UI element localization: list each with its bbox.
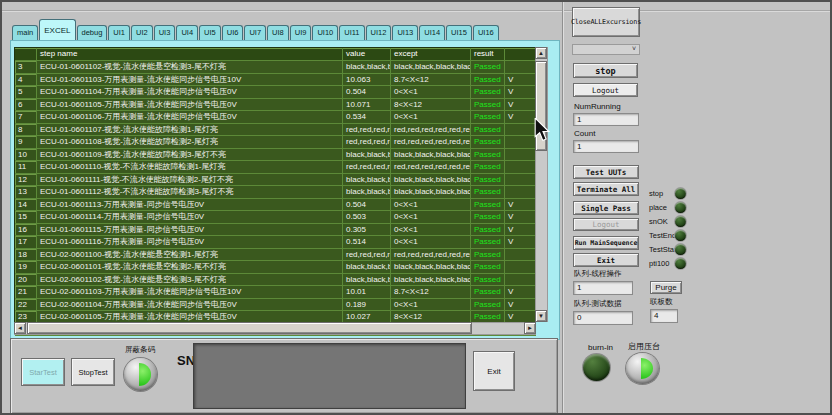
- table-row[interactable]: 12ECU-01-0601111-视觉-不流水使能故障检测2-尾灯不亮black…: [15, 174, 534, 187]
- horizontal-scroll-thumb[interactable]: [27, 322, 472, 334]
- cell-except: red,red,red,red,red,red,: [391, 161, 471, 174]
- tab-ui13[interactable]: UI13: [392, 25, 418, 40]
- tab-ui7[interactable]: UI7: [244, 25, 266, 40]
- tab-ui11[interactable]: UI11: [339, 25, 364, 40]
- tab-debug[interactable]: debug: [77, 25, 108, 40]
- cell-value: black,black,bl: [343, 149, 391, 162]
- cell-result: Passed: [471, 199, 505, 212]
- tab-ui12[interactable]: UI12: [366, 25, 392, 40]
- table-row[interactable]: 4ECU-01-0601103-万用表测量-流水使能同步信号电压10V10.06…: [15, 74, 534, 87]
- scroll-up-icon[interactable]: ▲: [535, 47, 547, 59]
- scroll-right-icon[interactable]: ►: [524, 322, 536, 334]
- tab-ui16[interactable]: UI16: [473, 25, 499, 40]
- table-row[interactable]: 3ECU-01-0601102-视觉-流水使能悬空检测3-尾不灯亮black,b…: [15, 61, 534, 74]
- table-row[interactable]: 8ECU-01-0601107-视觉-流水使能故障检测1-尾灯亮red,red,…: [15, 124, 534, 137]
- cell-result: Passed: [471, 236, 505, 249]
- table-row[interactable]: 21ECU-02-0601103-万用表测量-流水使能同步信号电压10V10.0…: [15, 286, 534, 299]
- cell-num: 14: [15, 199, 37, 212]
- cell-except: 8<X<12: [391, 99, 471, 112]
- table-row[interactable]: 14ECU-01-0601113-万用表测量-同步信号电压0V0.5040<X<…: [15, 199, 534, 212]
- scroll-left-icon[interactable]: ◄: [14, 322, 26, 334]
- stop-test-button[interactable]: StopTest: [71, 358, 115, 386]
- table-row[interactable]: 15ECU-01-0601114-万用表测量-同步信号电压0V0.5030<X<…: [15, 211, 534, 224]
- barcode-mask-toggle[interactable]: [124, 358, 157, 391]
- queue-thread-field[interactable]: 1: [573, 281, 633, 295]
- cell-value: red,red,red,re: [343, 161, 391, 174]
- burn-in-label: burn-in: [588, 343, 613, 352]
- tab-ui15[interactable]: UI15: [446, 25, 472, 40]
- tab-ui4[interactable]: UI4: [176, 25, 198, 40]
- tab-ui3[interactable]: UI3: [154, 25, 176, 40]
- count-field[interactable]: 1: [573, 140, 639, 153]
- horizontal-scrollbar[interactable]: ◄ ►: [14, 322, 536, 335]
- cell-num: 9: [15, 136, 37, 149]
- table-row[interactable]: 11ECU-01-0601110-视觉-不流水使能故障检测1-尾灯亮red,re…: [15, 161, 534, 174]
- table-row[interactable]: 18ECU-02-0601100-视觉-流水使能悬空检测1-尾灯亮red,red…: [15, 249, 534, 262]
- table-row[interactable]: 10ECU-01-0601109-视觉-流水使能故障检测3-尾灯不亮black,…: [15, 149, 534, 162]
- purge-button[interactable]: Purge: [650, 281, 682, 294]
- table-row[interactable]: 20ECU-02-0601102-视觉-流水使能悬空检测3-尾不灯亮black,…: [15, 274, 534, 287]
- press-enable-toggle[interactable]: [626, 353, 659, 384]
- cell-num: 18: [15, 249, 37, 262]
- tab-ui6[interactable]: UI6: [222, 25, 244, 40]
- stop-button[interactable]: stop: [573, 63, 638, 78]
- cell-except: 0<X<1: [391, 236, 471, 249]
- cell-num: 12: [15, 174, 37, 187]
- table-row[interactable]: 17ECU-01-0601116-万用表测量-同步信号电压0V0.5140<X<…: [15, 236, 534, 249]
- tab-ui2[interactable]: UI2: [131, 25, 153, 40]
- test-uuts-button[interactable]: Test UUTs: [573, 165, 639, 179]
- terminate-all-button[interactable]: Terminate All: [573, 182, 639, 196]
- table-row[interactable]: 22ECU-02-0601104-万用表测量-流水使能同步信号电压0V0.189…: [15, 299, 534, 312]
- table-header-row: step namevalueexceptresult: [15, 48, 534, 61]
- tab-ui10[interactable]: UI10: [312, 25, 338, 40]
- cell-value: 0.503: [343, 211, 391, 224]
- led-row-place: place: [649, 202, 686, 213]
- tab-excel[interactable]: EXCEL: [39, 19, 75, 40]
- cell-check: V: [505, 86, 536, 99]
- cell-check: [505, 161, 536, 174]
- queue-data-field[interactable]: 0: [573, 311, 633, 325]
- cell-step: ECU-02-0601103-万用表测量-流水使能同步信号电压10V: [37, 286, 343, 299]
- single-pass-button[interactable]: Single Pass: [573, 201, 639, 215]
- table-row[interactable]: 16ECU-01-0601115-万用表测量-同步信号电压0V0.3050<X<…: [15, 224, 534, 237]
- table-row[interactable]: 9ECU-01-0601108-视觉-流水使能故障检测2-尾灯亮red,red,…: [15, 136, 534, 149]
- exit-sequence-button[interactable]: Exit: [573, 253, 639, 267]
- table-row[interactable]: 19ECU-02-0601101-视觉-流水使能悬空检测2-尾不灯亮black,…: [15, 261, 534, 274]
- tab-ui9[interactable]: UI9: [290, 25, 312, 40]
- board-count-field[interactable]: 4: [650, 309, 678, 323]
- close-all-excursions-button[interactable]: CloseALLExcursions: [572, 7, 640, 37]
- cell-except: black,black,black,black,: [391, 186, 471, 199]
- scroll-down-icon[interactable]: ▼: [535, 310, 547, 322]
- table-row[interactable]: 7ECU-01-0601106-万用表测量-流水使能同步信号电压0V0.5340…: [15, 111, 534, 124]
- tab-ui1[interactable]: UI1: [108, 25, 130, 40]
- cell-check: V: [505, 74, 536, 87]
- led-row-teststart: TestStart: [649, 244, 686, 255]
- table-row[interactable]: 6ECU-01-0601105-万用表测量-流水使能同步信号电压0V10.071…: [15, 99, 534, 112]
- column-header: value: [343, 48, 391, 61]
- led-label: pti100: [649, 259, 675, 268]
- vertical-scrollbar[interactable]: ▲ ▼: [535, 47, 548, 322]
- cell-except: 0<X<1: [391, 86, 471, 99]
- cell-value: red,red,red,re: [343, 124, 391, 137]
- cell-result: Passed: [471, 86, 505, 99]
- tab-ui14[interactable]: UI14: [419, 25, 445, 40]
- logout-button[interactable]: Logout: [573, 83, 638, 97]
- exit-button[interactable]: Exit: [473, 351, 515, 391]
- tab-main[interactable]: main: [12, 25, 38, 40]
- cell-check: [505, 174, 536, 187]
- cell-result: Passed: [471, 249, 505, 262]
- cell-except: black,black,black,black,: [391, 61, 471, 74]
- run-main-sequence-button[interactable]: Run MainSequence: [573, 236, 639, 250]
- cell-step: ECU-01-0601114-万用表测量-同步信号电压0V: [37, 211, 343, 224]
- logout-disabled-button[interactable]: Logout: [573, 218, 639, 231]
- table-row[interactable]: 13ECU-01-0601112-视觉-不流水使能故障检测3-尾灯不亮black…: [15, 186, 534, 199]
- tab-ui8[interactable]: UI8: [267, 25, 289, 40]
- start-test-button[interactable]: StarTest: [21, 358, 65, 386]
- excursion-dropdown[interactable]: ˅: [572, 44, 640, 55]
- num-running-field[interactable]: 1: [573, 113, 639, 126]
- table-row[interactable]: 5ECU-01-0601104-万用表测量-流水使能同步信号电压0V0.5040…: [15, 86, 534, 99]
- cell-step: ECU-01-0601109-视觉-流水使能故障检测3-尾灯不亮: [37, 149, 343, 162]
- cell-check: V: [505, 286, 536, 299]
- vertical-scroll-thumb[interactable]: [535, 61, 547, 151]
- tab-ui5[interactable]: UI5: [199, 25, 221, 40]
